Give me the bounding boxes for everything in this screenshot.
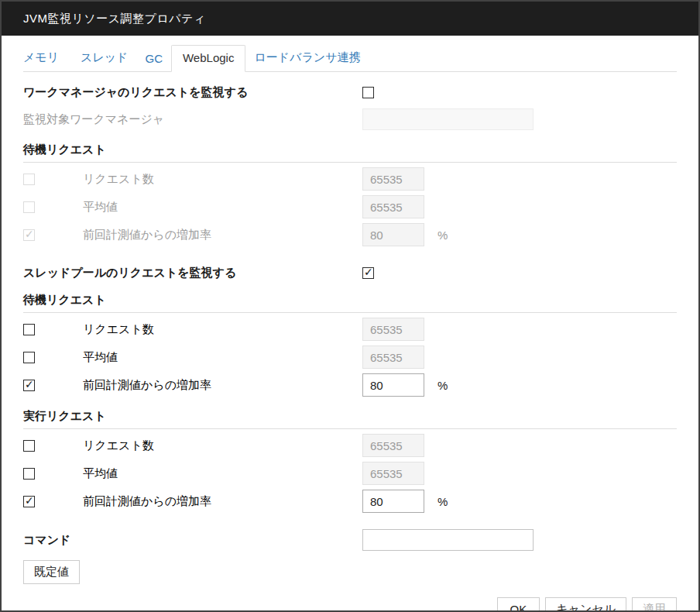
tp-run-increase-rate-label: 前回計測値からの増加率 <box>83 494 362 509</box>
footer-button-bar: OK キャンセル 適用 <box>23 597 677 612</box>
tp-run-average-checkbox[interactable] <box>23 468 35 480</box>
wm-wait-increase-rate-checkbox <box>23 229 35 241</box>
tp-wait-request-count-row: リクエスト数 <box>23 318 677 341</box>
target-workmanager-label: 監視対象ワークマネージャ <box>23 112 362 127</box>
tp-wait-increase-rate-unit: % <box>438 379 448 392</box>
command-row: コマンド <box>23 529 677 551</box>
tab-gc[interactable]: GC <box>136 46 171 71</box>
tp-wait-request-count-checkbox[interactable] <box>23 324 35 335</box>
tp-wait-average-row: 平均値 <box>23 346 677 369</box>
wm-wait-increase-rate-row: 前回計測値からの増加率 % <box>23 223 677 246</box>
tp-wait-section-title: 待機リクエスト <box>23 293 677 313</box>
tp-run-average-input <box>362 462 424 485</box>
wm-wait-section-title: 待機リクエスト <box>23 143 677 163</box>
tab-bar: メモリ スレッド GC WebLogic ロードバランサ連携 <box>23 45 677 72</box>
tp-run-section-title: 実行リクエスト <box>23 409 677 429</box>
tp-wait-increase-rate-input[interactable] <box>362 373 424 397</box>
command-input[interactable] <box>362 529 534 551</box>
tp-run-request-count-checkbox[interactable] <box>23 440 35 452</box>
tp-wait-request-count-input <box>362 318 424 341</box>
wm-wait-increase-rate-label: 前回計測値からの増加率 <box>83 228 362 242</box>
tp-run-increase-rate-unit: % <box>438 495 448 508</box>
tp-wait-average-label: 平均値 <box>83 350 362 365</box>
tab-memory[interactable]: メモリ <box>23 45 67 71</box>
tp-run-increase-rate-input[interactable] <box>362 490 424 513</box>
tp-run-request-count-label: リクエスト数 <box>83 438 362 453</box>
tp-wait-average-checkbox[interactable] <box>23 352 35 363</box>
wm-wait-average-input <box>362 195 424 218</box>
wm-wait-average-label: 平均値 <box>83 200 362 215</box>
dialog-title: JVM監視リソース調整プロパティ <box>2 2 698 36</box>
jvm-monitor-adjust-dialog: JVM監視リソース調整プロパティ メモリ スレッド GC WebLogic ロー… <box>0 0 700 612</box>
tab-weblogic[interactable]: WebLogic <box>171 45 245 72</box>
wm-wait-increase-rate-unit: % <box>438 229 448 242</box>
tp-run-increase-rate-checkbox[interactable] <box>23 496 35 507</box>
tp-run-average-label: 平均値 <box>83 466 362 481</box>
ok-button[interactable]: OK <box>497 597 540 612</box>
threadpool-monitor-row: スレッドプールのリクエストを監視する <box>23 266 677 280</box>
tp-run-request-count-input <box>362 434 424 457</box>
wm-wait-request-count-row: リクエスト数 <box>23 167 677 191</box>
target-workmanager-row: 監視対象ワークマネージャ <box>23 108 677 130</box>
target-workmanager-input <box>362 108 534 130</box>
workmanager-monitor-checkbox[interactable] <box>362 87 374 98</box>
wm-wait-increase-rate-input <box>362 223 424 246</box>
tp-wait-increase-rate-checkbox[interactable] <box>23 380 35 391</box>
workmanager-monitor-row: ワークマネージャのリクエストを監視する <box>23 85 677 100</box>
wm-wait-request-count-input <box>362 167 424 191</box>
threadpool-monitor-label: スレッドプールのリクエストを監視する <box>23 266 362 280</box>
command-label: コマンド <box>23 533 362 548</box>
tp-run-increase-rate-row: 前回計測値からの増加率 % <box>23 490 677 513</box>
tp-wait-average-input <box>362 346 424 369</box>
tp-run-average-row: 平均値 <box>23 462 677 485</box>
tp-wait-request-count-label: リクエスト数 <box>83 322 362 337</box>
default-button-row: 既定値 <box>23 560 677 584</box>
wm-wait-request-count-label: リクエスト数 <box>83 172 362 187</box>
tab-thread[interactable]: スレッド <box>72 45 136 71</box>
tp-wait-increase-rate-label: 前回計測値からの増加率 <box>83 378 362 393</box>
tp-run-request-count-row: リクエスト数 <box>23 434 677 457</box>
apply-button: 適用 <box>632 597 677 612</box>
wm-wait-request-count-checkbox <box>23 174 35 185</box>
tab-loadbalancer[interactable]: ロードバランサ連携 <box>245 45 369 71</box>
wm-wait-average-row: 平均値 <box>23 195 677 218</box>
tp-wait-increase-rate-row: 前回計測値からの増加率 % <box>23 373 677 397</box>
workmanager-monitor-label: ワークマネージャのリクエストを監視する <box>23 85 362 100</box>
cancel-button[interactable]: キャンセル <box>545 597 626 612</box>
wm-wait-average-checkbox <box>23 201 35 213</box>
threadpool-monitor-checkbox[interactable] <box>362 267 374 279</box>
default-button[interactable]: 既定値 <box>23 560 80 584</box>
